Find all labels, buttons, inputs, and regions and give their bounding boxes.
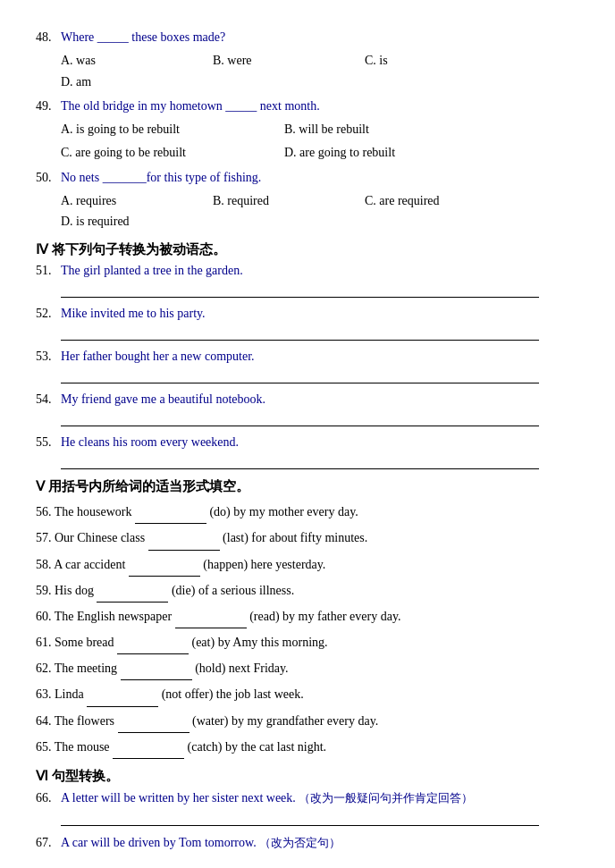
- question-50: 50. No nets _______for this type of fish…: [36, 167, 579, 232]
- q63-text-before: Linda: [55, 687, 87, 701]
- q65-blank[interactable]: [113, 736, 184, 759]
- section6-header: Ⅵ 句型转换。: [36, 768, 579, 785]
- question-66: 66. A letter will be written by her sist…: [36, 790, 579, 826]
- question-52: 52. Mike invited me to his party.: [36, 307, 579, 341]
- question-64: 64. The flowers (water) by my grandfathe…: [36, 710, 579, 733]
- q57-blank[interactable]: [148, 527, 220, 550]
- q53-answer-line: [61, 366, 539, 383]
- q63-blank[interactable]: [87, 683, 158, 706]
- q51-num: 51.: [36, 264, 61, 278]
- q52-text: Mike invited me to his party.: [61, 307, 579, 321]
- q50-optB: B. required: [213, 190, 356, 212]
- q61-num: 61.: [36, 636, 52, 649]
- q49-num: 49.: [36, 96, 61, 117]
- q54-text: My friend gave me a beautiful notebook.: [61, 392, 579, 407]
- question-55: 55. He cleans his room every weekend.: [36, 435, 579, 469]
- question-62: 62. The meeting (hold) next Friday.: [36, 657, 579, 680]
- q53-text: Her father bought her a new computer.: [61, 350, 579, 364]
- q49-text: The old bridge in my hometown _____ next…: [61, 96, 579, 117]
- q62-text-before: The meeting: [55, 662, 121, 675]
- q57-text-before: Our Chinese class: [55, 531, 148, 544]
- q60-blank[interactable]: [175, 605, 247, 628]
- q48-optD: D. am: [61, 72, 204, 93]
- q49-optA: A. is going to be rebuilt: [61, 119, 275, 140]
- q64-blank[interactable]: [118, 710, 190, 733]
- q59-text-after: (die) of a serious illness.: [172, 584, 294, 597]
- question-54: 54. My friend gave me a beautiful notebo…: [36, 392, 579, 426]
- q64-num: 64.: [36, 714, 52, 728]
- section6: Ⅵ 句型转换。 66. A letter will be written by …: [36, 768, 579, 868]
- q50-text: No nets _______for this type of fishing.: [61, 167, 579, 189]
- section4-header: Ⅳ 将下列句子转换为被动语态。: [36, 241, 579, 258]
- q52-answer-line: [61, 323, 539, 341]
- q57-text-after: (last) for about fifty minutes.: [223, 531, 367, 544]
- q55-text: He cleans his room every weekend.: [61, 435, 579, 450]
- q56-num: 56.: [36, 505, 52, 518]
- section5: Ⅴ 用括号内所给词的适当形式填空。 56. The housework (do)…: [36, 478, 579, 759]
- q66-text: A letter will be written by her sister n…: [61, 790, 579, 806]
- q66-hint: （改为一般疑问句并作肯定回答）: [299, 791, 473, 805]
- q59-blank[interactable]: [97, 579, 168, 603]
- question-58: 58. A car accident (happen) here yesterd…: [36, 553, 579, 577]
- q58-text-before: A car accident: [54, 558, 129, 571]
- q48-optC: C. is: [365, 50, 508, 72]
- q61-text-after: (eat) by Amy this morning.: [191, 636, 327, 649]
- question-57: 57. Our Chinese class (last) for about f…: [36, 527, 579, 550]
- question-59: 59. His dog (die) of a serious illness.: [36, 579, 579, 603]
- q55-answer-line: [61, 451, 539, 469]
- question-48: 48. Where _____ these boxes made? A. was…: [36, 27, 579, 92]
- q58-num: 58.: [36, 558, 52, 571]
- q56-text-after: (do) by my mother every day.: [209, 505, 358, 518]
- q48-optB: B. were: [213, 50, 356, 72]
- q62-text-after: (hold) next Friday.: [195, 662, 288, 675]
- q48-num: 48.: [36, 27, 61, 48]
- mcq-section: 48. Where _____ these boxes made? A. was…: [36, 27, 579, 232]
- q50-optA: A. requires: [61, 190, 204, 212]
- q66-num: 66.: [36, 791, 61, 805]
- q63-num: 63.: [36, 687, 52, 701]
- q67-text: A car will be driven by Tom tomorrow. （改…: [61, 835, 579, 851]
- section5-header: Ⅴ 用括号内所给词的适当形式填空。: [36, 478, 579, 495]
- q64-text-before: The flowers: [55, 714, 118, 728]
- q60-num: 60.: [36, 610, 52, 623]
- q62-blank[interactable]: [121, 657, 192, 680]
- q56-text-before: The housework: [55, 505, 135, 518]
- q59-text-before: His dog: [55, 584, 97, 597]
- q48-text: Where _____ these boxes made?: [61, 27, 579, 48]
- q50-num: 50.: [36, 167, 61, 189]
- q60-text-after: (read) by my father every day.: [249, 610, 400, 623]
- section4: Ⅳ 将下列句子转换为被动语态。 51. The girl planted a t…: [36, 241, 579, 469]
- q65-num: 65.: [36, 740, 52, 754]
- q64-text-after: (water) by my grandfather every day.: [192, 714, 378, 728]
- question-49: 49. The old bridge in my hometown _____ …: [36, 96, 579, 163]
- q51-answer-line: [61, 280, 539, 298]
- q50-optC: C. are required: [365, 190, 508, 212]
- q65-text-before: The mouse: [55, 740, 113, 754]
- question-53: 53. Her father bought her a new computer…: [36, 350, 579, 383]
- q53-num: 53.: [36, 350, 61, 364]
- q60-text-before: The English newspaper: [55, 610, 175, 623]
- q50-optD: D. is required: [61, 211, 204, 232]
- q48-optA: A. was: [61, 50, 204, 72]
- question-56: 56. The housework (do) by my mother ever…: [36, 501, 579, 524]
- q49-optC: C. are going to be rebuilt: [61, 142, 275, 164]
- question-63: 63. Linda (not offer) the job last week.: [36, 683, 579, 706]
- q67-hint: （改为否定句）: [259, 836, 341, 849]
- q62-num: 62.: [36, 662, 52, 675]
- q61-text-before: Some bread: [55, 636, 117, 649]
- q56-blank[interactable]: [135, 501, 206, 524]
- q51-text: The girl planted a tree in the garden.: [61, 264, 579, 278]
- q58-text-after: (happen) here yesterday.: [203, 558, 325, 571]
- q65-text-after: (catch) by the cat last night.: [188, 740, 327, 754]
- question-60: 60. The English newspaper (read) by my f…: [36, 605, 579, 628]
- question-67: 67. A car will be driven by Tom tomorrow…: [36, 835, 579, 868]
- question-61: 61. Some bread (eat) by Amy this morning…: [36, 631, 579, 654]
- q54-answer-line: [61, 409, 539, 426]
- q57-num: 57.: [36, 531, 52, 544]
- q52-num: 52.: [36, 307, 61, 321]
- q59-num: 59.: [36, 584, 52, 597]
- q67-num: 67.: [36, 836, 61, 850]
- q63-text-after: (not offer) the job last week.: [162, 687, 304, 701]
- q58-blank[interactable]: [129, 553, 200, 577]
- q61-blank[interactable]: [117, 631, 189, 654]
